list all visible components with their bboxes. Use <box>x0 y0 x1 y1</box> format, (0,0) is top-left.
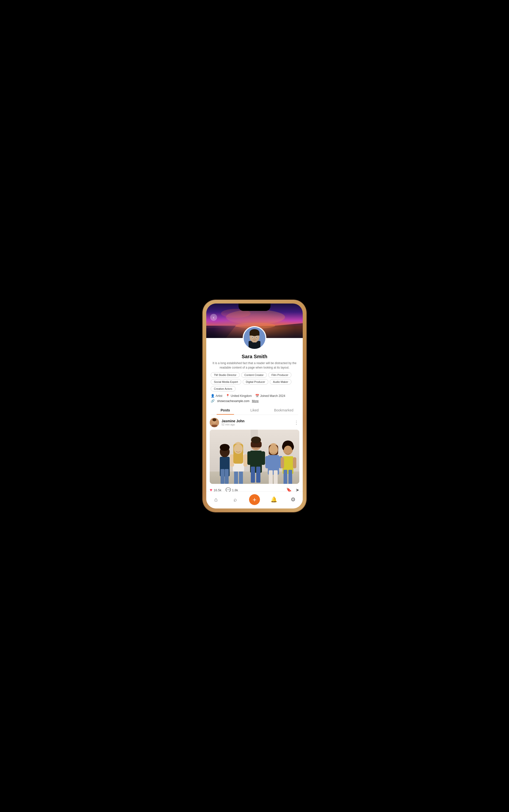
search-icon: ⌕ <box>234 496 237 503</box>
bookmark-icon: 🔖 <box>286 487 292 492</box>
svg-rect-49 <box>274 470 278 484</box>
post-avatar-svg <box>210 418 219 427</box>
share-icon: ➤ <box>296 487 299 492</box>
bookmark-action[interactable]: 🔖 <box>286 487 292 492</box>
svg-rect-42 <box>247 451 251 465</box>
link-icon: 🔗 <box>211 399 215 403</box>
svg-rect-59 <box>293 457 296 468</box>
svg-point-1 <box>226 310 285 324</box>
svg-point-46 <box>251 437 261 443</box>
tab-bookmarked[interactable]: Bookmarked <box>269 406 298 415</box>
comment-icon: 💬 <box>226 487 231 492</box>
svg-rect-27 <box>220 469 225 484</box>
tag-digital-producer: Digital Producer <box>243 379 268 384</box>
phone-mockup: ‹ <box>203 300 306 512</box>
svg-rect-58 <box>281 457 284 468</box>
share-action[interactable]: ➤ <box>296 487 299 492</box>
meta-row: 👤 Artist 📍 United Kingdom 📅 Joined March… <box>211 394 298 398</box>
nav-search[interactable]: ⌕ <box>230 494 241 505</box>
tabs-row: Posts Liked Bookmarked <box>211 406 298 415</box>
notch <box>238 304 271 311</box>
tag-creative-actors: Creative Actors <box>211 386 236 392</box>
profile-bio: It is a long established fact that a rea… <box>211 361 298 370</box>
website-link[interactable]: showcoachexample.com <box>217 399 249 403</box>
phone-shell: ‹ <box>203 300 306 512</box>
tab-posts[interactable]: Posts <box>211 406 240 415</box>
svg-rect-50 <box>265 456 269 468</box>
nav-settings[interactable]: ⚙ <box>288 494 299 505</box>
svg-rect-21 <box>212 425 217 427</box>
meta-role: 👤 Artist <box>211 394 222 398</box>
svg-rect-35 <box>243 454 247 467</box>
svg-rect-40 <box>251 467 255 482</box>
svg-point-22 <box>212 418 216 421</box>
tag-content-creator: Content Creator <box>241 372 267 378</box>
svg-rect-41 <box>256 467 261 482</box>
tag-audio-maker: Audio Maker <box>270 379 292 384</box>
svg-rect-28 <box>225 469 229 484</box>
post-avatar <box>210 418 219 427</box>
profile-content: Sara Smith It is a long established fact… <box>206 350 303 415</box>
post-card: Jasmine John 52 min ago ⋮ <box>210 418 299 492</box>
settings-icon: ⚙ <box>291 496 296 503</box>
post-author-name: Jasmine John <box>222 419 244 423</box>
bell-icon: 🔔 <box>271 496 277 503</box>
post-actions: ♥ 16.5k 💬 1.8k 🔖 ➤ <box>210 487 299 492</box>
avatar <box>243 326 266 350</box>
post-author-details: Jasmine John 52 min ago <box>222 419 244 426</box>
calendar-icon: 📅 <box>255 394 259 398</box>
svg-point-54 <box>269 445 278 455</box>
likes-count: 16.5k <box>214 488 222 492</box>
svg-rect-48 <box>269 470 273 484</box>
post-image-svg <box>210 430 299 484</box>
tag-social-media: Social Media Expert <box>211 379 241 384</box>
joined-label: Joined March 2024 <box>260 394 285 398</box>
avatar-section <box>206 326 303 350</box>
nav-notifications[interactable]: 🔔 <box>268 494 279 505</box>
post-image <box>210 430 299 484</box>
nav-home[interactable]: ⌂ <box>210 494 221 505</box>
svg-point-64 <box>284 446 292 455</box>
meta-joined: 📅 Joined March 2024 <box>255 394 285 398</box>
tag-film-producer: Film Producer <box>268 372 292 378</box>
person-icon: 👤 <box>211 394 215 398</box>
feed-section[interactable]: Jasmine John 52 min ago ⋮ <box>206 415 303 492</box>
svg-point-30 <box>220 444 230 451</box>
profile-name: Sara Smith <box>242 354 267 360</box>
phone-screen: ‹ <box>206 304 303 508</box>
meta-location: 📍 United Kingdom <box>226 394 251 398</box>
svg-point-18 <box>254 338 255 339</box>
avatar-svg <box>244 327 265 349</box>
likes-action[interactable]: ♥ 16.5k <box>210 488 222 492</box>
tag-tm-studio: TM Studio Director <box>211 372 240 378</box>
back-icon: ‹ <box>213 315 214 319</box>
back-button[interactable]: ‹ <box>210 314 217 321</box>
heart-icon: ♥ <box>210 488 212 492</box>
add-icon: + <box>252 496 256 503</box>
svg-rect-43 <box>261 451 265 465</box>
comments-action[interactable]: 💬 1.8k <box>226 487 238 492</box>
home-icon: ⌂ <box>214 496 217 503</box>
comments-count: 1.8k <box>232 488 238 492</box>
role-label: Artist <box>215 394 222 398</box>
tags-section: TM Studio Director Content Creator Film … <box>211 372 298 392</box>
svg-point-16 <box>252 337 253 338</box>
svg-rect-57 <box>289 470 292 484</box>
more-link[interactable]: More <box>252 399 259 403</box>
svg-rect-56 <box>283 470 287 484</box>
location-icon: 📍 <box>226 394 230 398</box>
location-label: United Kingdom <box>231 394 251 398</box>
post-time: 52 min ago <box>222 423 244 426</box>
post-author-info: Jasmine John 52 min ago <box>210 418 244 427</box>
bottom-nav: ⌂ ⌕ + 🔔 ⚙ <box>206 492 303 508</box>
nav-add-button[interactable]: + <box>249 494 260 505</box>
post-more-button[interactable]: ⋮ <box>294 420 299 425</box>
post-header: Jasmine John 52 min ago ⋮ <box>210 418 299 427</box>
svg-rect-13 <box>249 332 260 336</box>
website-row: 🔗 showcoachexample.com More <box>211 399 298 403</box>
tab-liked[interactable]: Liked <box>240 406 269 415</box>
svg-point-17 <box>256 337 257 338</box>
